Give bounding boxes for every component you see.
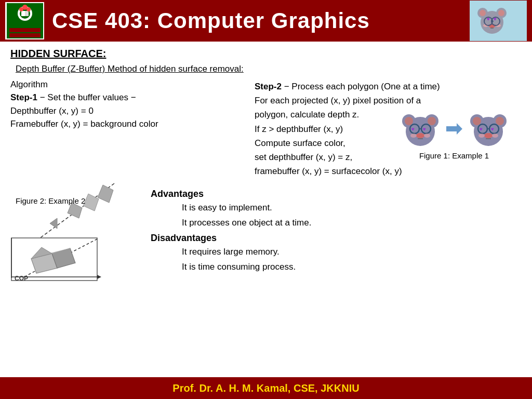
depth-buffer-subtitle: Depth Buffer (Z-Buffer) Method of hidden… <box>16 64 522 74</box>
svg-point-52 <box>478 134 485 138</box>
bottom-right: Advantages It is easy to implement. It p… <box>140 189 522 284</box>
advantages-title: Advantages <box>151 189 522 200</box>
logo-area <box>5 2 44 39</box>
footer: Prof. Dr. A. H. M. Kamal, CSE, JKKNIU <box>0 377 532 399</box>
header-mascot: ♥ ♥ <box>470 1 527 41</box>
step1-line2: Depthbuffer (x, y) = 0 <box>10 104 249 118</box>
figure1-bear2: ♥ ♥ <box>468 108 509 150</box>
svg-rect-9 <box>9 33 41 37</box>
algorithm-section: Algorithm Step-1 − Set the buffer values… <box>10 79 249 178</box>
figure1-caption: Figure 1: Example 1 <box>387 151 522 160</box>
step2-line7: framebuffer (x, y) = surfacecolor (x, y) <box>255 164 522 178</box>
svg-point-50 <box>484 133 493 138</box>
step1-line1: Step-1 − Set the buffer values − <box>10 91 249 104</box>
svg-rect-3 <box>21 11 25 16</box>
disadv-item1: It requires large memory. <box>182 245 522 260</box>
svg-point-44 <box>496 117 504 125</box>
svg-text:♥: ♥ <box>411 126 415 132</box>
svg-point-6 <box>19 7 23 11</box>
figure1-bear1: ♥ ♥ <box>400 108 441 150</box>
bottom-row: Figure 2: Example 2 <box>10 181 522 284</box>
step2-label: Step-2 <box>255 82 282 91</box>
step2-text: − Process each polygon (One at a time) <box>282 82 440 91</box>
header: CSE 403: Computer Graphics ♥ ♥ <box>0 0 532 42</box>
adv-item1: It is easy to implement. <box>182 201 522 216</box>
svg-point-29 <box>428 117 436 125</box>
svg-point-13 <box>480 10 486 16</box>
algorithm-label: Algorithm <box>10 79 249 90</box>
header-mascot-svg: ♥ ♥ <box>471 2 526 41</box>
svg-marker-58 <box>50 218 57 229</box>
figure1-area: ♥ ♥ <box>387 108 522 160</box>
university-logo <box>7 3 43 38</box>
step1-label: Step-1 <box>10 92 37 102</box>
step2-line2: For each projected (x, y) pixel position… <box>255 94 522 108</box>
svg-text:♥: ♥ <box>480 126 483 132</box>
svg-text:♥: ♥ <box>423 126 426 132</box>
figure2-caption: Figure 2: Example 2 <box>16 196 85 205</box>
svg-marker-61 <box>97 275 101 279</box>
svg-point-53 <box>492 134 498 138</box>
step1-line3: Framebuffer (x, y) = background color <box>10 117 249 131</box>
svg-point-35 <box>416 133 424 138</box>
svg-marker-39 <box>446 123 462 135</box>
disadvantages-title: Disadvantages <box>151 233 522 244</box>
svg-point-15 <box>498 10 504 16</box>
svg-point-27 <box>405 117 413 125</box>
svg-text:♥: ♥ <box>491 126 494 132</box>
svg-text:COP: COP <box>15 275 28 282</box>
step2-line1: Step-2 − Process each polygon (One at a … <box>255 79 522 94</box>
main-content: HIDDEN SURFACE: Depth Buffer (Z-Buffer) … <box>0 42 532 377</box>
step1-text: − Set the buffer values − <box>37 92 136 102</box>
header-title: CSE 403: Computer Graphics <box>52 8 462 33</box>
disadv-item2: It is time consuming process. <box>182 260 522 275</box>
bottom-left: Figure 2: Example 2 <box>10 181 135 284</box>
svg-point-18 <box>489 24 495 28</box>
svg-point-37 <box>410 134 417 138</box>
svg-rect-8 <box>9 28 41 32</box>
hidden-surface-title: HIDDEN SURFACE: <box>10 48 522 60</box>
figure1-arrow <box>445 121 463 137</box>
adv-item2: It processes one object at a time. <box>182 216 522 231</box>
svg-marker-55 <box>98 185 113 203</box>
svg-point-42 <box>473 117 481 125</box>
svg-point-38 <box>424 134 430 138</box>
svg-rect-4 <box>25 11 29 16</box>
footer-text: Prof. Dr. A. H. M. Kamal, CSE, JKKNIU <box>172 382 359 394</box>
svg-point-7 <box>26 7 31 11</box>
